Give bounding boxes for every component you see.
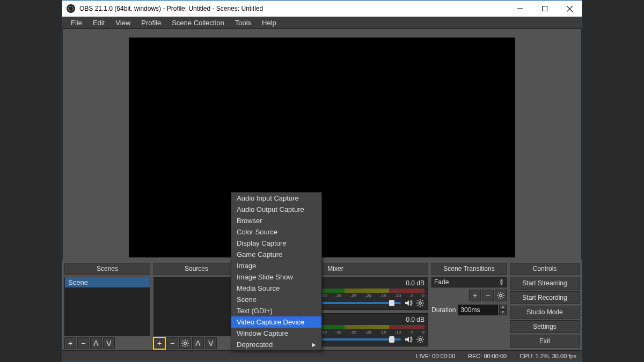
source-properties-button[interactable] [179, 337, 191, 349]
ctx-video-capture-device[interactable]: Video Capture Device [231, 316, 321, 328]
scene-up-button[interactable]: ᐱ [90, 337, 102, 349]
controls-panel: Controls Start Streaming Start Recording… [510, 263, 580, 349]
minimize-button[interactable] [508, 1, 532, 17]
transitions-panel: Scene Transitions Fade ▲▼ + − Duration 3… [431, 263, 507, 349]
svg-line-30 [418, 341, 419, 342]
svg-line-18 [418, 300, 419, 301]
svg-point-31 [500, 294, 502, 297]
source-down-button[interactable]: ᐯ [205, 337, 217, 349]
ctx-audio-output[interactable]: Audio Output Capture [231, 204, 321, 215]
gear-icon[interactable] [416, 299, 425, 307]
mixer-channel-db: 0.0 dB [406, 279, 425, 287]
app-icon [67, 4, 75, 13]
titlebar: OBS 21.1.0 (64bit, windows) - Profile: U… [62, 1, 582, 17]
ctx-scene[interactable]: Scene [231, 294, 321, 305]
close-button[interactable] [557, 1, 582, 17]
add-source-menu: Audio Input Capture Audio Output Capture… [231, 192, 322, 351]
preview-canvas[interactable] [129, 38, 515, 257]
controls-header: Controls [510, 263, 580, 275]
svg-line-37 [502, 297, 503, 298]
gear-icon [496, 291, 505, 300]
svg-line-20 [422, 300, 423, 301]
svg-point-22 [419, 338, 422, 341]
status-live: LIVE: 00:00:00 [416, 353, 455, 359]
start-recording-button[interactable]: Start Recording [510, 291, 580, 304]
add-transition-button[interactable]: + [469, 290, 481, 301]
menu-scene-collection[interactable]: Scene Collection [167, 17, 229, 28]
ctx-image-slideshow[interactable]: Image Slide Show [231, 271, 321, 283]
menubar: File Edit View Profile Scene Collection … [62, 17, 582, 29]
updown-icon: ▲▼ [499, 278, 504, 286]
statusbar: LIVE: 00:00:00 REC: 00:00:00 CPU: 1.2%, … [62, 350, 582, 361]
gear-icon [181, 339, 189, 348]
menu-tools[interactable]: Tools [231, 17, 255, 28]
menu-file[interactable]: File [67, 17, 86, 28]
menu-profile[interactable]: Profile [137, 17, 165, 28]
scenes-panel: Scenes Scene + − ᐱ ᐯ [64, 263, 150, 349]
add-source-button[interactable]: + [153, 337, 165, 349]
svg-line-29 [422, 337, 423, 338]
remove-scene-button[interactable]: − [77, 337, 89, 349]
menu-edit[interactable]: Edit [89, 17, 109, 28]
exit-button[interactable]: Exit [510, 335, 580, 348]
sources-toolbar: + − ᐱ ᐯ [153, 336, 239, 349]
ctx-deprecated[interactable]: Deprecated▶ [231, 339, 321, 350]
studio-mode-button[interactable]: Studio Mode [510, 306, 580, 319]
mixer-channel-db: 0.0 dB [406, 316, 425, 323]
chevron-right-icon: ▶ [312, 342, 316, 348]
scene-down-button[interactable]: ᐯ [103, 337, 115, 349]
svg-rect-1 [543, 6, 547, 11]
ctx-media-source[interactable]: Media Source [231, 283, 321, 294]
transitions-header: Scene Transitions [431, 263, 507, 275]
svg-line-21 [418, 305, 419, 306]
scenes-list[interactable]: Scene [64, 277, 150, 336]
scenes-header: Scenes [64, 263, 150, 275]
status-cpu: CPU: 1.2%, 30.00 fps [519, 353, 576, 359]
scene-item[interactable]: Scene [65, 277, 150, 287]
preview-area [62, 29, 582, 260]
source-up-button[interactable]: ᐱ [192, 337, 204, 349]
sources-panel: Sources + − ᐱ ᐯ [153, 263, 239, 349]
volume-icon[interactable] [404, 299, 413, 307]
duration-input[interactable]: 300ms [458, 305, 498, 315]
duration-label: Duration [431, 306, 456, 314]
ctx-game-capture[interactable]: Game Capture [231, 249, 321, 260]
svg-line-36 [498, 293, 499, 294]
svg-line-12 [182, 345, 184, 346]
svg-line-10 [187, 345, 188, 346]
duration-spinner[interactable]: ▲▼ [499, 305, 507, 315]
ctx-image[interactable]: Image [231, 260, 321, 271]
svg-line-27 [418, 337, 419, 338]
gear-icon[interactable] [416, 335, 425, 344]
ctx-display-capture[interactable]: Display Capture [231, 238, 321, 249]
ctx-audio-input[interactable]: Audio Input Capture [231, 193, 321, 204]
svg-line-11 [187, 341, 188, 342]
remove-source-button[interactable]: − [166, 337, 178, 349]
svg-point-13 [419, 302, 422, 305]
sources-list[interactable] [153, 277, 239, 336]
svg-line-9 [182, 341, 184, 342]
svg-line-19 [422, 305, 423, 306]
svg-line-39 [498, 297, 499, 298]
remove-transition-button[interactable]: − [482, 290, 494, 301]
transition-select[interactable]: Fade ▲▼ [431, 277, 507, 287]
status-rec: REC: 00:00:00 [468, 353, 507, 359]
svg-line-28 [422, 341, 423, 342]
settings-button[interactable]: Settings [510, 320, 580, 333]
ctx-browser[interactable]: Browser [231, 215, 321, 226]
window-title: OBS 21.1.0 (64bit, windows) - Profile: U… [79, 5, 263, 12]
menu-view[interactable]: View [111, 17, 135, 28]
panels-row: Scenes Scene + − ᐱ ᐯ Sources + − ᐱ [62, 260, 582, 350]
start-streaming-button[interactable]: Start Streaming [510, 277, 580, 290]
ctx-color-source[interactable]: Color Source [231, 226, 321, 238]
ctx-text-gdi[interactable]: Text (GDI+) [231, 305, 321, 316]
svg-point-4 [184, 342, 187, 345]
add-scene-button[interactable]: + [64, 337, 76, 349]
maximize-button[interactable] [532, 1, 557, 17]
menu-help[interactable]: Help [258, 17, 281, 28]
volume-icon[interactable] [404, 335, 413, 344]
scenes-toolbar: + − ᐱ ᐯ [64, 336, 150, 349]
transition-settings-button[interactable] [495, 290, 507, 301]
ctx-window-capture[interactable]: Window Capture [231, 328, 321, 339]
obs-window: OBS 21.1.0 (64bit, windows) - Profile: U… [62, 0, 582, 362]
